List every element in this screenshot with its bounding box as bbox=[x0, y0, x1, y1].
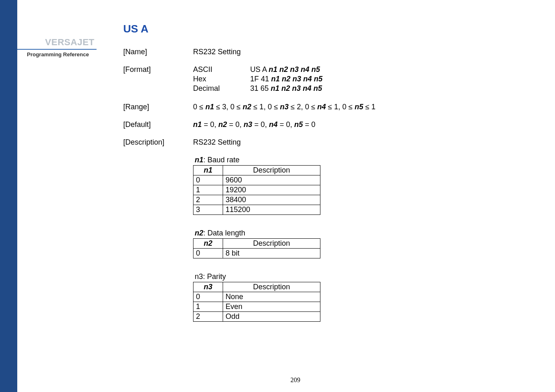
param-table: n2Description08 bit bbox=[193, 238, 320, 258]
row-description: [Description] RS232 Setting bbox=[123, 138, 539, 147]
param-table-section: n2: Data lengthn2Description08 bit bbox=[193, 229, 539, 258]
table-cell-desc: Odd bbox=[223, 312, 320, 322]
brand-underline bbox=[17, 49, 97, 50]
table-cell-value: 1 bbox=[193, 185, 223, 195]
page-number: 209 bbox=[290, 376, 300, 384]
table-cell-value: 3 bbox=[193, 205, 223, 215]
table-cell-value: 2 bbox=[193, 195, 223, 205]
row-range: [Range] 0 ≤ n1 ≤ 3, 0 ≤ n2 ≤ 1, 0 ≤ n3 ≤… bbox=[123, 103, 539, 111]
table-header-desc: Description bbox=[223, 282, 320, 292]
table-row: 2Odd bbox=[193, 312, 320, 322]
format-key: Hex bbox=[193, 75, 240, 83]
table-caption: n3: Parity bbox=[193, 272, 539, 281]
table-cell-desc: None bbox=[223, 292, 320, 302]
row-format-label: [Format] bbox=[123, 65, 193, 74]
param-table-section: n3: Parityn3Description0None1Even2Odd bbox=[193, 272, 539, 322]
row-format: [Format] ASCIIUS A n1 n2 n3 n4 n5Hex1F 4… bbox=[123, 65, 539, 94]
row-default: [Default] n1 = 0, n2 = 0, n3 = 0, n4 = 0… bbox=[123, 120, 539, 129]
table-cell-desc: 115200 bbox=[223, 205, 320, 215]
row-range-label: [Range] bbox=[123, 103, 193, 111]
param-table-section: n1: Baud raten1Description09600119200238… bbox=[193, 156, 539, 215]
table-cell-value: 1 bbox=[193, 302, 223, 312]
param-table: n3Description0None1Even2Odd bbox=[193, 282, 320, 322]
table-row: 3115200 bbox=[193, 205, 320, 215]
format-key: Decimal bbox=[193, 84, 240, 93]
table-header-desc: Description bbox=[223, 239, 320, 249]
table-cell-value: 0 bbox=[193, 292, 223, 302]
row-name-label: [Name] bbox=[123, 48, 193, 56]
row-description-value: RS232 Setting bbox=[193, 138, 539, 147]
table-cell-desc: 8 bit bbox=[223, 249, 320, 258]
table-header-param: n2 bbox=[193, 239, 223, 249]
format-line: ASCIIUS A n1 n2 n3 n4 n5 bbox=[193, 65, 539, 74]
table-cell-desc: 38400 bbox=[223, 195, 320, 205]
table-cell-desc: Even bbox=[223, 302, 320, 312]
row-range-value: 0 ≤ n1 ≤ 3, 0 ≤ n2 ≤ 1, 0 ≤ n3 ≤ 2, 0 ≤ … bbox=[193, 103, 539, 111]
table-row: 0None bbox=[193, 292, 320, 302]
row-default-value: n1 = 0, n2 = 0, n3 = 0, n4 = 0, n5 = 0 bbox=[193, 120, 539, 129]
param-table: n1Description096001192002384003115200 bbox=[193, 165, 320, 215]
table-cell-value: 0 bbox=[193, 175, 223, 185]
format-value: 31 65 n1 n2 n3 n4 n5 bbox=[240, 84, 322, 93]
table-caption: n2: Data length bbox=[193, 229, 539, 238]
table-header-param: n3 bbox=[193, 282, 223, 292]
brand-subtitle: Programming Reference bbox=[17, 51, 99, 58]
table-caption: n1: Baud rate bbox=[193, 156, 539, 164]
row-default-label: [Default] bbox=[123, 120, 193, 129]
table-row: 08 bit bbox=[193, 249, 320, 258]
table-header-desc: Description bbox=[223, 166, 320, 175]
table-cell-value: 0 bbox=[193, 249, 223, 258]
left-color-strip bbox=[0, 0, 17, 392]
table-cell-desc: 9600 bbox=[223, 175, 320, 185]
row-name-value: RS232 Setting bbox=[193, 48, 539, 56]
main-content: US A [Name] RS232 Setting [Format] ASCII… bbox=[123, 23, 539, 336]
table-cell-value: 2 bbox=[193, 312, 223, 322]
sidebar: VERSAJET Programming Reference bbox=[17, 0, 99, 392]
row-format-body: ASCIIUS A n1 n2 n3 n4 n5Hex1F 41 n1 n2 n… bbox=[193, 65, 539, 94]
row-description-label: [Description] bbox=[123, 138, 193, 147]
table-cell-desc: 19200 bbox=[223, 185, 320, 195]
table-row: 09600 bbox=[193, 175, 320, 185]
table-header-param: n1 bbox=[193, 166, 223, 175]
section-title: US A bbox=[123, 23, 539, 35]
format-value: 1F 41 n1 n2 n3 n4 n5 bbox=[240, 75, 322, 83]
table-row: 119200 bbox=[193, 185, 320, 195]
format-value: US A n1 n2 n3 n4 n5 bbox=[240, 65, 320, 74]
format-line: Hex1F 41 n1 n2 n3 n4 n5 bbox=[193, 75, 539, 83]
table-row: 1Even bbox=[193, 302, 320, 312]
row-name: [Name] RS232 Setting bbox=[123, 48, 539, 56]
table-row: 238400 bbox=[193, 195, 320, 205]
format-line: Decimal31 65 n1 n2 n3 n4 n5 bbox=[193, 84, 539, 93]
format-key: ASCII bbox=[193, 65, 240, 74]
brand-title: VERSAJET bbox=[17, 0, 99, 48]
